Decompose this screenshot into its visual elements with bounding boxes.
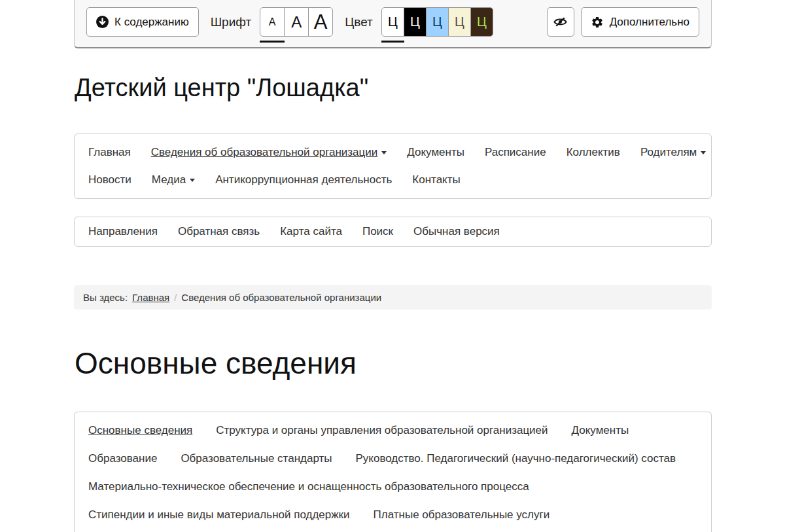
tab-leadership[interactable]: Руководство. Педагогический (научно-педа… bbox=[355, 452, 676, 465]
page-title: Основные сведения bbox=[75, 346, 712, 381]
color-scheme-blue-button[interactable]: Ц bbox=[426, 7, 449, 37]
chevron-down-icon bbox=[381, 151, 387, 154]
secondary-nav-normal-version[interactable]: Обычная версия bbox=[413, 225, 500, 238]
color-scheme-black-button[interactable]: Ц bbox=[404, 7, 427, 37]
secondary-nav-row: Направления Обратная связь Карта сайта П… bbox=[88, 218, 697, 245]
main-nav-news[interactable]: Новости bbox=[88, 173, 131, 186]
to-content-button[interactable]: К содержанию bbox=[86, 7, 199, 37]
main-nav-row-2: Новости Медиа Антикоррупционная деятельн… bbox=[88, 166, 697, 194]
breadcrumb: Вы здесь: Главная / Сведения об образова… bbox=[74, 285, 712, 310]
secondary-nav-sitemap[interactable]: Карта сайта bbox=[280, 225, 342, 238]
main-nav-media[interactable]: Медиа bbox=[152, 173, 195, 186]
secondary-nav-directions[interactable]: Направления bbox=[88, 225, 158, 238]
arrow-circle-down-icon bbox=[96, 16, 109, 28]
font-large-button[interactable]: A bbox=[308, 7, 333, 37]
section-tabs: Основные сведения Структура и органы упр… bbox=[74, 412, 712, 532]
tab-scholarships[interactable]: Стипендии и иные виды материальной подде… bbox=[88, 508, 350, 522]
images-toggle-button[interactable] bbox=[547, 7, 574, 37]
main-nav-row-1: Главная Сведения об образовательной орга… bbox=[88, 139, 697, 166]
tab-structure[interactable]: Структура и органы управления образовате… bbox=[216, 424, 548, 437]
font-size-group: A A A bbox=[260, 7, 333, 37]
section-tabs-row-1: Основные сведения Структура и органы упр… bbox=[88, 416, 697, 444]
color-scheme-beige-button[interactable]: Ц bbox=[448, 7, 471, 37]
breadcrumb-home-link[interactable]: Главная bbox=[132, 292, 169, 303]
section-tabs-row-4: Стипендии и иные виды материальной подде… bbox=[88, 501, 697, 529]
main-nav-contacts[interactable]: Контакты bbox=[412, 173, 460, 186]
page-container: К содержанию Шрифт A A A Цвет Ц Ц Ц Ц Ц bbox=[74, 0, 712, 532]
toolbar-right-group: Дополнительно bbox=[547, 7, 699, 37]
color-scheme-group: Ц Ц Ц Ц Ц bbox=[381, 7, 493, 37]
tab-standards[interactable]: Образовательные стандарты bbox=[181, 452, 332, 465]
tab-education[interactable]: Образование bbox=[88, 452, 157, 465]
section-tabs-row-3: Материально-техническое обеспечение и ос… bbox=[88, 472, 697, 501]
tab-paid-services[interactable]: Платные образовательные услуги bbox=[374, 508, 550, 522]
main-nav-documents[interactable]: Документы bbox=[407, 146, 464, 159]
color-scheme-white-button[interactable]: Ц bbox=[381, 7, 404, 37]
tab-documents[interactable]: Документы bbox=[572, 424, 629, 437]
main-nav-parents[interactable]: Родителям bbox=[640, 146, 706, 159]
secondary-nav: Направления Обратная связь Карта сайта П… bbox=[74, 217, 712, 247]
extra-settings-button[interactable]: Дополнительно bbox=[581, 7, 699, 37]
breadcrumb-separator: / bbox=[174, 292, 177, 303]
font-size-label: Шрифт bbox=[211, 15, 252, 29]
eye-slash-icon bbox=[553, 14, 568, 29]
secondary-nav-search[interactable]: Поиск bbox=[362, 225, 393, 238]
gear-icon bbox=[591, 16, 604, 29]
main-nav-staff[interactable]: Коллектив bbox=[567, 146, 620, 159]
font-medium-button[interactable]: A bbox=[284, 7, 309, 37]
color-scheme-label: Цвет bbox=[345, 15, 373, 29]
main-nav-schedule[interactable]: Расписание bbox=[485, 146, 546, 159]
site-title: Детский центр "Лошадка" bbox=[75, 73, 712, 103]
chevron-down-icon bbox=[701, 151, 706, 154]
extra-settings-label: Дополнительно bbox=[610, 16, 689, 29]
tab-facilities[interactable]: Материально-техническое обеспечение и ос… bbox=[88, 480, 529, 493]
accessibility-toolbar: К содержанию Шрифт A A A Цвет Ц Ц Ц Ц Ц bbox=[74, 0, 712, 48]
color-scheme-brown-button[interactable]: Ц bbox=[470, 7, 493, 37]
font-small-button[interactable]: A bbox=[260, 7, 285, 37]
chevron-down-icon bbox=[190, 179, 195, 182]
tab-basic-info[interactable]: Основные сведения bbox=[88, 424, 192, 437]
main-nav-home[interactable]: Главная bbox=[88, 146, 131, 159]
main-nav-anticorruption[interactable]: Антикоррупционная деятельность bbox=[215, 173, 392, 186]
secondary-nav-feedback[interactable]: Обратная связь bbox=[178, 225, 260, 238]
breadcrumb-prefix: Вы здесь: bbox=[83, 292, 128, 303]
main-nav-org-info[interactable]: Сведения об образовательной организации bbox=[151, 146, 387, 159]
breadcrumb-current: Сведения об образовательной организации bbox=[181, 292, 381, 303]
main-nav: Главная Сведения об образовательной орга… bbox=[74, 133, 712, 199]
to-content-label: К содержанию bbox=[114, 16, 189, 29]
section-tabs-row-2: Образование Образовательные стандарты Ру… bbox=[88, 444, 697, 472]
